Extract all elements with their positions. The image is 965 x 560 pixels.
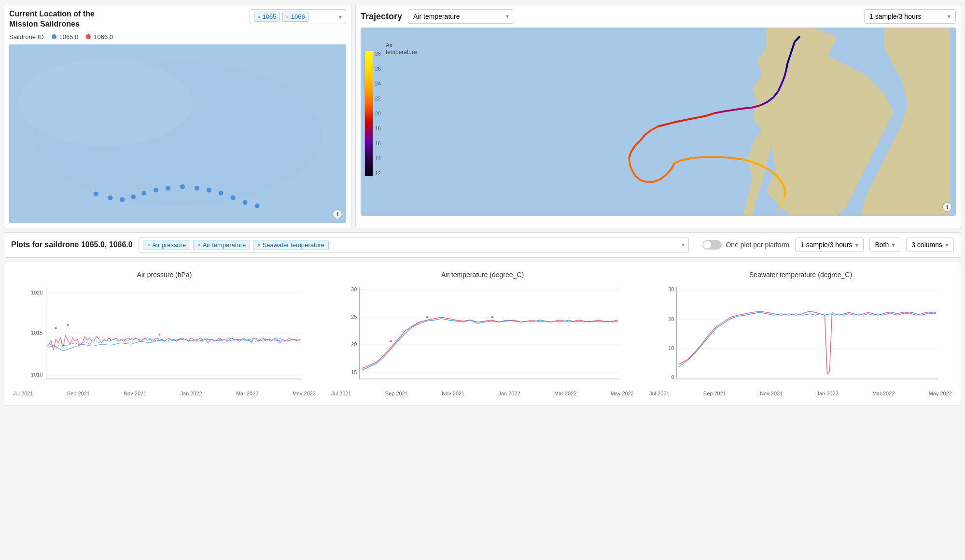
columns-arrow: ▾ (945, 241, 949, 249)
trajectory-variable-arrow: ▾ (506, 13, 509, 20)
svg-point-4 (108, 195, 112, 200)
legend-dot-1065 (52, 34, 56, 39)
svg-text:20: 20 (668, 316, 674, 322)
colorbar-label-26: 26 (375, 66, 381, 71)
svg-point-29 (159, 334, 161, 336)
selector-dropdown-arrow[interactable]: ▾ (339, 14, 342, 20)
controls-row: Plots for saildrone 1065.0, 1066.0 × Air… (4, 232, 961, 258)
svg-point-16 (255, 203, 260, 208)
svg-point-15 (243, 200, 248, 205)
svg-text:25: 25 (351, 314, 357, 320)
svg-text:30: 30 (351, 286, 357, 292)
svg-text:1015: 1015 (31, 330, 42, 336)
svg-text:1020: 1020 (31, 290, 42, 295)
toggle-label: One plot per platform (726, 241, 789, 249)
svg-point-41 (426, 316, 428, 318)
svg-point-42 (491, 316, 493, 318)
charts-row: Air pressure (hPa) 1020 1015 1010 (4, 262, 961, 406)
colorbar-label-16: 16 (375, 140, 381, 146)
svg-point-9 (166, 185, 170, 190)
var-tag-airpressure-remove[interactable]: × (147, 242, 150, 248)
colorbar-label-22: 22 (375, 96, 381, 101)
chart-seawater-temperature: Seawater temperature (degree_C) 30 20 10… (644, 266, 957, 401)
colorbar-label-14: 14 (375, 155, 381, 161)
svg-text:0: 0 (671, 374, 674, 380)
svg-point-28 (67, 324, 69, 326)
right-trajectory-panel: Trajectory Air temperature ▾ 1 sample/3 … (355, 4, 961, 228)
svg-point-6 (131, 194, 136, 199)
colorbar-label-12: 12 (375, 170, 381, 176)
colorbar-label-24: 24 (375, 81, 381, 86)
svg-text:20: 20 (351, 341, 357, 347)
chart-1-title: Air pressure (hPa) (137, 271, 192, 279)
saildrone-selector[interactable]: × 1065 × 1066 ▾ (250, 9, 346, 24)
chart-3-x-labels: Jul 2021 Sep 2021 Nov 2021 Jan 2022 Mar … (649, 391, 952, 396)
svg-point-5 (120, 197, 125, 202)
chart-3-title: Seawater temperature (degree_C) (749, 271, 852, 279)
toggle-container: One plot per platform (702, 240, 789, 250)
var-tag-seawatertemp[interactable]: × Seawater temperature (253, 240, 329, 250)
chart-1-x-labels: Jul 2021 Sep 2021 Nov 2021 Jan 2022 Mar … (13, 391, 316, 396)
left-map-title: Current Location of theMission Saildrone… (9, 9, 95, 29)
tag-1066[interactable]: × 1066 (282, 12, 308, 22)
svg-point-7 (141, 190, 146, 195)
chart-2-x-labels: Jul 2021 Sep 2021 Nov 2021 Jan 2022 Mar … (331, 391, 634, 396)
svg-point-11 (195, 185, 199, 190)
var-tag-airtemp-remove[interactable]: × (197, 242, 200, 248)
trajectory-variable-dropdown[interactable]: Air temperature ▾ (408, 9, 514, 24)
chart-1-area: 1020 1015 1010 (13, 282, 316, 389)
svg-point-12 (207, 187, 211, 192)
colorbar-label-28: 28 (375, 51, 381, 56)
svg-point-14 (231, 195, 236, 200)
trajectory-map[interactable]: Air temperature 28 26 24 22 20 18 16 (361, 28, 956, 216)
svg-text:1010: 1010 (31, 372, 42, 378)
svg-point-3 (94, 191, 98, 196)
both-arrow: ▾ (892, 241, 895, 249)
toggle-knob (703, 241, 711, 249)
columns-dropdown[interactable]: 3 columns ▾ (906, 238, 954, 252)
svg-point-40 (390, 340, 392, 342)
colorbar: Air temperature 28 26 24 22 20 18 16 (366, 42, 381, 187)
svg-point-27 (55, 327, 57, 329)
colorbar-gradient (364, 51, 373, 176)
variables-selector[interactable]: × Air pressure × Air temperature × Seawa… (139, 238, 689, 252)
sample-rate-dropdown[interactable]: 1 sample/3 hours ▾ (795, 238, 864, 252)
chart-3-area: 30 20 10 0 (649, 282, 952, 389)
trajectory-map-info-button[interactable]: ℹ (942, 202, 952, 212)
svg-text:10: 10 (668, 345, 674, 351)
svg-point-8 (154, 187, 158, 192)
chart-air-temperature: Air temperature (degree_C) 30 25 20 15 (326, 266, 639, 401)
svg-point-13 (219, 190, 224, 195)
var-tag-seawatertemp-remove[interactable]: × (257, 242, 260, 248)
left-map-info-button[interactable]: ℹ (333, 210, 342, 219)
sample-rate-arrow: ▾ (855, 241, 858, 249)
svg-text:30: 30 (668, 286, 674, 292)
colorbar-label-18: 18 (375, 126, 381, 131)
trajectory-sample-arrow: ▾ (948, 13, 951, 20)
tag-1066-remove[interactable]: × (286, 14, 289, 20)
chart-2-area: 30 25 20 15 (331, 282, 634, 389)
var-tag-airtemp[interactable]: × Air temperature (193, 240, 250, 250)
left-map[interactable]: ℹ (9, 44, 346, 223)
trajectory-sample-dropdown[interactable]: 1 sample/3 hours ▾ (864, 9, 956, 24)
both-dropdown[interactable]: Both ▾ (869, 238, 900, 252)
tag-1065-remove[interactable]: × (257, 14, 260, 20)
trajectory-title: Trajectory (361, 12, 402, 22)
svg-point-10 (180, 184, 185, 189)
one-plot-toggle[interactable] (702, 240, 722, 250)
colorbar-label-20: 20 (375, 111, 381, 116)
left-map-panel: Current Location of theMission Saildrone… (4, 4, 351, 228)
svg-point-2 (19, 59, 192, 145)
var-tag-airpressure[interactable]: × Air pressure (143, 240, 191, 250)
chart-2-title: Air temperature (degree_C) (441, 271, 524, 279)
chart-air-pressure: Air pressure (hPa) 1020 1015 1010 (8, 266, 321, 401)
saildrone-legend: Saildrone ID 1065.0 1066.0 (9, 33, 346, 41)
tag-1065[interactable]: × 1065 (254, 12, 280, 22)
colorbar-title: Air temperature (386, 42, 417, 56)
legend-item-1066: 1066.0 (86, 33, 113, 41)
plots-title: Plots for saildrone 1065.0, 1066.0 (11, 240, 133, 249)
legend-dot-1066 (86, 34, 91, 39)
svg-text:15: 15 (351, 369, 357, 375)
legend-item-1065: 1065.0 (52, 33, 79, 41)
variables-selector-arrow[interactable]: ▾ (682, 241, 685, 248)
